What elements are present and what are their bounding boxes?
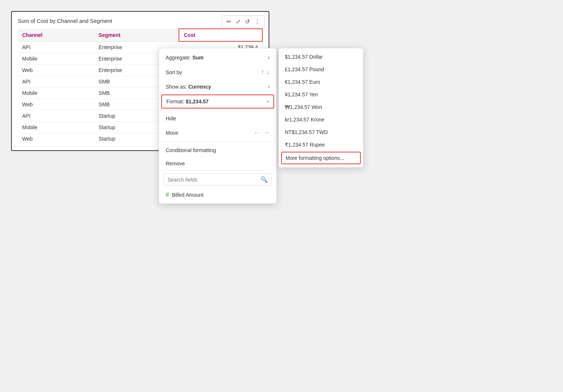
channel-cell: Mobile xyxy=(18,122,94,133)
move-right-icon[interactable]: → xyxy=(263,129,270,137)
edit-icon[interactable]: ✏ xyxy=(225,17,233,26)
format-submenu-item[interactable]: NT$1,234.57 TWD xyxy=(279,126,363,138)
conditional-formatting-label: Conditional formatting xyxy=(166,147,216,153)
search-input[interactable] xyxy=(167,177,260,183)
sort-by-label: Sort by xyxy=(166,69,182,75)
move-arrows: ← → xyxy=(253,129,270,137)
format-submenu-item[interactable]: More formatting options... xyxy=(281,152,361,164)
hide-menu-item[interactable]: Hide xyxy=(159,112,276,125)
chart-toolbar: ✏ ⤢ ↺ ⋮ xyxy=(222,16,265,28)
format-submenu-item[interactable]: ¥1,234.57 Yen xyxy=(279,88,363,101)
channel-cell: Web xyxy=(18,133,94,145)
format-label: Format: $1,234.57 xyxy=(166,99,208,104)
search-field-wrapper: 🔍 xyxy=(163,173,272,186)
segment-header[interactable]: Segment xyxy=(94,29,179,41)
format-submenu-item[interactable]: $1,234.57 Dollar xyxy=(279,51,363,63)
sort-icons: ↑ ↓ xyxy=(261,68,270,76)
billed-amount-row[interactable]: # Billed Amount xyxy=(159,189,276,201)
sort-asc-icon[interactable]: ↑ xyxy=(261,68,264,76)
aggregate-chevron: › xyxy=(268,54,270,61)
channel-cell: Mobile xyxy=(18,87,94,99)
expand-icon[interactable]: ⤢ xyxy=(234,17,242,26)
format-menu-item[interactable]: Format: $1,234.57 › xyxy=(161,94,274,109)
format-submenu: $1,234.57 Dollar£1,234.57 Pound€1,234.57… xyxy=(279,48,363,168)
undo-icon[interactable]: ↺ xyxy=(243,17,251,26)
more-icon[interactable]: ⋮ xyxy=(253,17,262,26)
divider-1 xyxy=(159,110,276,110)
aggregate-menu-item[interactable]: Aggregate: Sum › xyxy=(159,51,276,65)
billed-amount-label: Billed Amount xyxy=(172,192,204,198)
aggregate-label: Aggregate: Sum xyxy=(166,55,204,61)
show-as-label: Show as: Currency xyxy=(166,84,211,90)
divider-2 xyxy=(159,142,276,142)
format-chevron: › xyxy=(267,98,269,105)
hash-icon: # xyxy=(166,192,169,198)
remove-menu-item[interactable]: Remove xyxy=(159,157,276,170)
cost-header[interactable]: Cost xyxy=(179,29,262,41)
format-submenu-item[interactable]: kr1,234.57 Krone xyxy=(279,113,363,126)
show-as-chevron: › xyxy=(268,83,270,90)
sort-by-menu-item[interactable]: Sort by ↑ ↓ xyxy=(159,65,276,80)
channel-cell: API xyxy=(18,76,94,87)
move-menu-item[interactable]: Move ← → xyxy=(159,125,276,140)
format-submenu-item[interactable]: ₩1,234.57 Won xyxy=(279,101,363,113)
conditional-formatting-menu-item[interactable]: Conditional formatting xyxy=(159,144,276,157)
remove-label: Remove xyxy=(166,161,185,166)
channel-cell: Web xyxy=(18,65,94,76)
channel-cell: API xyxy=(18,110,94,122)
move-left-icon[interactable]: ← xyxy=(253,129,260,137)
channel-cell: Mobile xyxy=(18,53,94,65)
channel-cell: Web xyxy=(18,99,94,110)
format-submenu-item[interactable]: €1,234.57 Euro xyxy=(279,76,363,88)
format-submenu-item[interactable]: £1,234.57 Pound xyxy=(279,63,363,76)
search-field-container: 🔍 xyxy=(159,170,276,189)
channel-cell: API xyxy=(18,41,94,53)
search-icon: 🔍 xyxy=(260,176,268,183)
context-menu: Aggregate: Sum › Sort by ↑ ↓ Show as: Cu… xyxy=(159,48,277,204)
hide-label: Hide xyxy=(166,116,176,121)
format-submenu-item[interactable]: ₹1,234.57 Rupee xyxy=(279,138,363,151)
sort-desc-icon[interactable]: ↓ xyxy=(266,68,270,76)
move-label: Move xyxy=(166,130,178,136)
show-as-menu-item[interactable]: Show as: Currency › xyxy=(159,80,276,94)
channel-header[interactable]: Channel xyxy=(18,29,94,41)
